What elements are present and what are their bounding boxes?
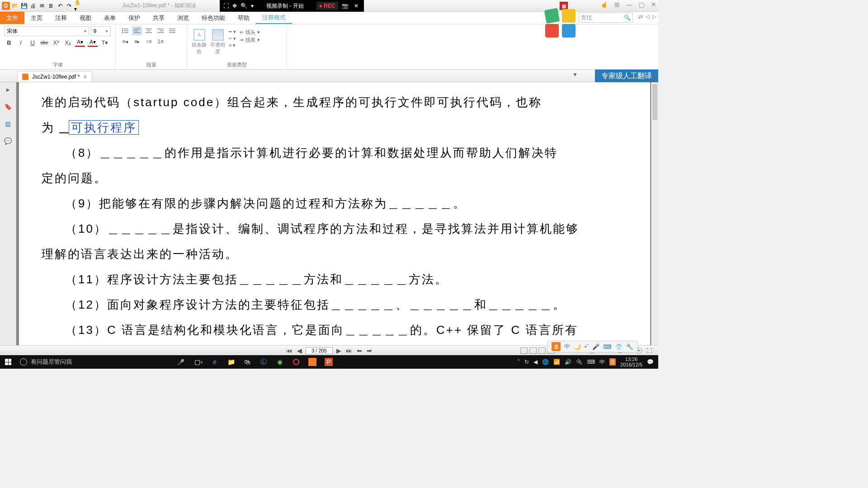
text-effects-button[interactable]: T▾: [100, 38, 109, 47]
indent-dec-button[interactable]: ≡◂: [120, 37, 130, 46]
numbering-button[interactable]: 1≡: [156, 37, 165, 46]
app-l-icon[interactable]: Ⓛ: [259, 357, 269, 367]
prev-page-button[interactable]: ◀: [296, 347, 303, 354]
superscript-button[interactable]: X²: [52, 38, 61, 47]
line-color-button[interactable]: A 线条颜 色: [192, 29, 207, 55]
tray-sogou-icon[interactable]: S: [609, 358, 616, 366]
align-left-button[interactable]: [132, 26, 142, 35]
notifications-button[interactable]: 💬: [647, 359, 654, 365]
highlight-button[interactable]: A▾: [88, 38, 98, 47]
ime-lang-button[interactable]: 中: [564, 343, 570, 351]
ime-toolbar[interactable]: S 中 🌙 •ˇ 🎤 ⌨ 👕 🔧: [547, 341, 637, 352]
ime-mic-icon[interactable]: 🎤: [592, 343, 599, 350]
font-color-button[interactable]: A▾: [75, 38, 85, 47]
tab-menu-button[interactable]: ▼: [572, 71, 578, 78]
font-size-select[interactable]: 9▼: [91, 26, 111, 36]
email-icon[interactable]: ✉: [38, 2, 46, 10]
next-icon[interactable]: ▷: [652, 14, 656, 20]
options-icon[interactable]: ⇄: [638, 14, 643, 20]
print-icon[interactable]: 🖨: [29, 2, 37, 10]
subscript-button[interactable]: X₂: [63, 38, 72, 47]
ime-punct-icon[interactable]: •ˇ: [585, 343, 589, 350]
opacity-button[interactable]: 不透明 度: [210, 29, 225, 55]
tray-wifi-icon[interactable]: 📶: [553, 359, 560, 365]
rec-close-button[interactable]: ✕: [352, 3, 360, 9]
last-page-button[interactable]: ⏭: [345, 347, 353, 354]
rec-caret-icon[interactable]: ▾: [251, 3, 254, 9]
grid-icon[interactable]: ⊞: [614, 1, 620, 8]
ime-skin-icon[interactable]: 👕: [615, 343, 623, 350]
edge-icon[interactable]: e: [210, 357, 220, 367]
next-page-button[interactable]: ▶: [335, 347, 342, 354]
align-center-button[interactable]: [144, 26, 154, 35]
font-name-select[interactable]: 宋体▼: [5, 26, 89, 36]
tray-expand-button[interactable]: ˄: [517, 359, 520, 365]
clock[interactable]: 13:26 2016/12/5: [620, 357, 642, 367]
tab-view[interactable]: 视图: [73, 12, 98, 24]
pages-icon[interactable]: ▥: [4, 119, 13, 128]
browser-icon[interactable]: ◉: [275, 357, 285, 367]
line-spacing-button[interactable]: ↕≡: [144, 37, 154, 46]
close-tab-button[interactable]: ×: [83, 73, 87, 80]
view-continuous-button[interactable]: [529, 347, 537, 354]
store-icon[interactable]: 🛍: [242, 357, 252, 367]
close-button[interactable]: ✕: [651, 1, 656, 8]
tray-shield-icon[interactable]: ◀: [533, 359, 538, 365]
strikethrough-button[interactable]: abc: [40, 38, 49, 47]
first-page-button[interactable]: ⏮: [285, 347, 293, 354]
start-button[interactable]: [0, 355, 16, 369]
ime-logo-icon[interactable]: S: [552, 342, 561, 351]
cortana-search[interactable]: 有问题尽管问我 🎤: [16, 358, 188, 366]
rec-screen-icon[interactable]: ⛶: [223, 3, 229, 9]
tray-ime-button[interactable]: 中: [599, 358, 605, 366]
view-facing-button[interactable]: [538, 347, 546, 354]
tab-home[interactable]: 主页: [24, 12, 49, 24]
tab-form[interactable]: 表单: [98, 12, 122, 24]
italic-button[interactable]: I: [16, 38, 25, 47]
task-view-button[interactable]: ▢▫: [193, 357, 203, 367]
translate-button[interactable]: 专家级人工翻译: [595, 70, 658, 82]
vertical-scrollbar[interactable]: [651, 82, 658, 355]
tab-browse[interactable]: 浏览: [171, 12, 195, 24]
rec-zoom-icon[interactable]: 🔍: [241, 3, 247, 9]
scrollbar-thumb[interactable]: [652, 84, 657, 120]
rec-indicator[interactable]: ● REC: [316, 2, 338, 10]
new-icon[interactable]: 🗎: [47, 2, 55, 10]
line-dash-button[interactable]: ┉ ▾: [229, 36, 236, 42]
bookmarks-icon[interactable]: 🔖: [4, 102, 13, 111]
powerpoint-icon[interactable]: P: [324, 357, 334, 367]
ime-settings-icon[interactable]: 🔧: [626, 343, 633, 350]
tray-power-icon[interactable]: 🔌: [576, 359, 583, 365]
search-input[interactable]: 查找 🔍: [579, 13, 633, 23]
document-tab[interactable]: JscZw1-10flee.pdf * ×: [17, 71, 92, 82]
prev-icon[interactable]: ◁: [646, 14, 650, 20]
tab-annotate[interactable]: 注释: [49, 12, 73, 24]
recorder-icon[interactable]: [291, 357, 301, 367]
document-viewport[interactable]: 准的启动代码（startup code）组合起来，生成程序的可执行文件即可执行代…: [16, 82, 658, 355]
minimize-button[interactable]: —: [626, 1, 632, 8]
explorer-icon[interactable]: 📁: [226, 357, 236, 367]
underline-button[interactable]: U: [28, 38, 37, 47]
maximize-button[interactable]: ▢: [639, 1, 645, 8]
tab-share[interactable]: 共享: [146, 12, 171, 24]
tab-file[interactable]: 文件: [0, 12, 24, 24]
comments-icon[interactable]: 💬: [4, 136, 13, 145]
hand-up-icon[interactable]: ☝: [600, 1, 608, 8]
tab-help[interactable]: 帮助: [231, 12, 256, 24]
tray-keyboard-icon[interactable]: ⌨: [587, 359, 595, 365]
rec-camera-icon[interactable]: 📷: [342, 3, 349, 9]
undo-icon[interactable]: ↶: [56, 2, 64, 10]
indent-inc-button[interactable]: ≡▸: [132, 37, 142, 46]
view-single-button[interactable]: [520, 347, 528, 354]
line-head-button[interactable]: ⇐ 线头 ▾: [240, 29, 260, 36]
rec-move-icon[interactable]: ✥: [232, 3, 237, 9]
ime-keyboard-icon[interactable]: ⌨: [603, 343, 612, 350]
ime-moon-icon[interactable]: 🌙: [574, 343, 581, 350]
bullets-button[interactable]: [120, 26, 130, 35]
nav-back-button[interactable]: ⬅: [356, 347, 363, 354]
align-right-button[interactable]: [156, 26, 165, 35]
line-style-button[interactable]: ━ ▾: [229, 29, 236, 35]
tab-special[interactable]: 特色功能: [195, 12, 231, 24]
line-width-button[interactable]: ≡ ▾: [229, 42, 236, 48]
mic-icon[interactable]: 🎤: [177, 359, 184, 366]
